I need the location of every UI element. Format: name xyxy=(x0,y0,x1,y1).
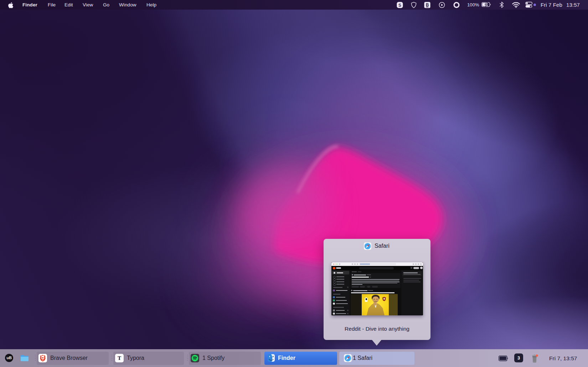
svg-text:B: B xyxy=(426,2,429,7)
svg-text:T: T xyxy=(118,355,121,361)
svg-text:S: S xyxy=(398,2,401,7)
